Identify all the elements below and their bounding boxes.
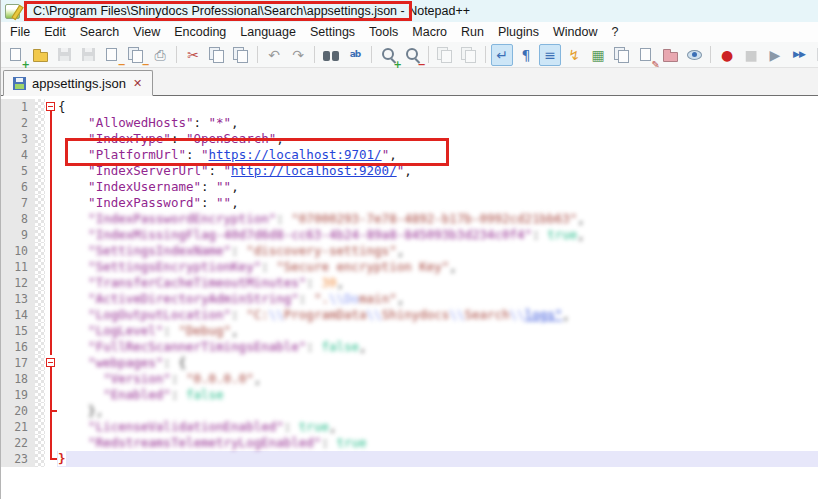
view-eye-icon[interactable] <box>683 44 705 66</box>
fold-collapse-icon[interactable] <box>46 358 55 367</box>
zoom-out-icon[interactable]: − <box>401 44 423 66</box>
show-indent-guide-icon[interactable]: ≡ <box>539 44 561 66</box>
code-line-18: 18 "Version": "0.0.0.0", <box>1 371 818 387</box>
code-text[interactable]: "TransferCacheTimeoutMinutes": 30, <box>57 275 818 291</box>
fold-margin <box>45 403 57 419</box>
cut-icon[interactable]: ✂ <box>182 44 204 66</box>
macro-record-icon[interactable]: ● <box>716 44 738 66</box>
menu-item-plugins[interactable]: Plugins <box>491 23 546 41</box>
bookmark-margin <box>35 147 45 163</box>
code-line-1: 1{ <box>1 99 818 115</box>
show-indent-guide-icon: ≡ <box>544 48 556 62</box>
code-text[interactable]: "webpages": { <box>57 355 818 371</box>
bookmark-margin <box>35 451 45 467</box>
zoom-in-icon[interactable]: + <box>377 44 399 66</box>
menu-item-help[interactable]: ? <box>604 23 625 41</box>
menu-item-window[interactable]: Window <box>546 23 604 41</box>
bookmark-margin <box>35 403 45 419</box>
code-text[interactable]: "IndexPasswordEncryption": "07000293-7e7… <box>57 211 818 227</box>
sync-vertical-icon <box>437 47 453 63</box>
line-number: 4 <box>1 147 35 163</box>
menu-item-edit[interactable]: Edit <box>37 23 73 41</box>
menu-item-tools[interactable]: Tools <box>362 23 405 41</box>
code-text[interactable]: { <box>57 99 818 115</box>
window-title: C:\Program Files\Shinydocs Professional\… <box>33 4 470 18</box>
code-text[interactable]: "SettingsIndexName": "discovery-settings… <box>57 243 818 259</box>
code-text[interactable]: "AllowedHosts": "*", <box>57 115 818 131</box>
code-text[interactable]: "ActiveDirectoryAdminString": ".\\Domain… <box>57 291 818 307</box>
menu-item-macro[interactable]: Macro <box>405 23 454 41</box>
close-all-files-icon-badge: − <box>142 59 150 70</box>
show-all-characters-icon[interactable]: ¶ <box>515 44 537 66</box>
code-text[interactable]: "LicenseValidationEnabled": true, <box>57 419 818 435</box>
document-switcher-icon[interactable] <box>611 44 633 66</box>
tab-appsettings-json[interactable]: appsettings.json ✕ <box>3 70 153 96</box>
code-text[interactable]: "LogOutputLocation": "C:\\ProgramData\\S… <box>57 307 818 323</box>
code-text[interactable]: "SettingsEncryptionKey": "Secure encrypt… <box>57 259 818 275</box>
bookmark-margin <box>35 227 45 243</box>
open-file-icon <box>33 52 48 62</box>
word-wrap-icon[interactable]: ↵ <box>491 44 513 66</box>
title-bar: C:\Program Files\Shinydocs Professional\… <box>1 0 818 22</box>
menu-item-run[interactable]: Run <box>454 23 491 41</box>
code-text[interactable]: "IndexUsername": "", <box>57 179 818 195</box>
line-number: 9 <box>1 227 35 243</box>
code-text[interactable]: "PlatformUrl": "https://localhost:9701/"… <box>57 147 818 163</box>
redo-icon[interactable]: ↷ <box>287 44 309 66</box>
undo-icon[interactable]: ↶ <box>263 44 285 66</box>
macro-play-icon: ▶ <box>770 48 781 62</box>
code-text[interactable]: "Enabled": false <box>57 387 818 403</box>
fold-collapse-icon[interactable] <box>46 102 55 111</box>
menu-item-settings[interactable]: Settings <box>303 23 362 41</box>
paste-icon[interactable] <box>230 44 252 66</box>
code-text[interactable]: "IndexMissingFlag-40d7d6d8-cc63-4b24-89a… <box>57 227 818 243</box>
toolbar: +−−⎙✂↶↷ab+−↵¶≡↯▦✎●■▶▶▶↓ <box>1 42 818 68</box>
toolbar-separator <box>485 46 486 63</box>
code-line-15: 15 "LogLevel": "Debug", <box>1 323 818 339</box>
menu-item-view[interactable]: View <box>126 23 167 41</box>
menu-item-language[interactable]: Language <box>233 23 303 41</box>
code-text[interactable]: "FullRecScannerTimingsEnable": false, <box>57 339 818 355</box>
folder-as-workspace-icon <box>663 52 678 62</box>
function-list-icon[interactable]: ↯ <box>563 44 585 66</box>
bookmark-margin <box>35 435 45 451</box>
macro-play-icon[interactable]: ▶ <box>764 44 786 66</box>
print-icon[interactable]: ⎙ <box>149 44 171 66</box>
find-icon[interactable] <box>320 44 342 66</box>
replace-icon[interactable]: ab <box>344 44 366 66</box>
menu-item-search[interactable]: Search <box>73 23 127 41</box>
code-text[interactable]: } <box>57 451 818 467</box>
editor[interactable]: 1{2 "AllowedHosts": "*",3 "IndexType": "… <box>1 96 818 499</box>
fold-margin <box>45 259 57 275</box>
code-text[interactable]: "Version": "0.0.0.0", <box>57 371 818 387</box>
menu-item-file[interactable]: File <box>3 23 37 41</box>
copy-icon[interactable] <box>206 44 228 66</box>
toolbar-separator <box>314 46 315 63</box>
code-text[interactable]: "IndexServerUrl": "http://localhost:9200… <box>57 163 818 179</box>
function-list-icon: ↯ <box>568 48 580 62</box>
code-text[interactable]: "RedstreamsTelemetryLogEnabled": true <box>57 435 818 451</box>
menu-item-encoding[interactable]: Encoding <box>167 23 233 41</box>
macro-stop-icon: ■ <box>740 44 762 66</box>
code-line-9: 9 "IndexMissingFlag-40d7d6d8-cc63-4b24-8… <box>1 227 818 243</box>
line-number: 19 <box>1 387 35 403</box>
close-all-files-icon[interactable]: − <box>125 44 147 66</box>
show-all-characters-icon: ¶ <box>522 48 531 62</box>
new-file-icon[interactable]: + <box>5 44 27 66</box>
macro-run-multiple-icon[interactable]: ▶▶ <box>788 44 810 66</box>
tab-close-icon[interactable]: ✕ <box>132 77 143 90</box>
document-map-icon[interactable]: ▦ <box>587 44 609 66</box>
open-file-icon[interactable] <box>29 44 51 66</box>
code-text[interactable]: "LogLevel": "Debug", <box>57 323 818 339</box>
close-file-icon[interactable]: − <box>101 44 123 66</box>
code-line-8: 8 "IndexPasswordEncryption": "07000293-7… <box>1 211 818 227</box>
code-text[interactable]: "IndexType": "OpenSearch", <box>57 131 818 147</box>
folder-as-workspace-icon[interactable] <box>659 44 681 66</box>
line-number: 6 <box>1 179 35 195</box>
code-text[interactable]: }, <box>57 403 818 419</box>
fold-margin <box>45 323 57 339</box>
code-text[interactable]: "IndexPassword": "", <box>57 195 818 211</box>
file-monitoring-icon[interactable]: ✎ <box>635 44 657 66</box>
bookmark-margin <box>35 179 45 195</box>
fold-margin <box>45 243 57 259</box>
